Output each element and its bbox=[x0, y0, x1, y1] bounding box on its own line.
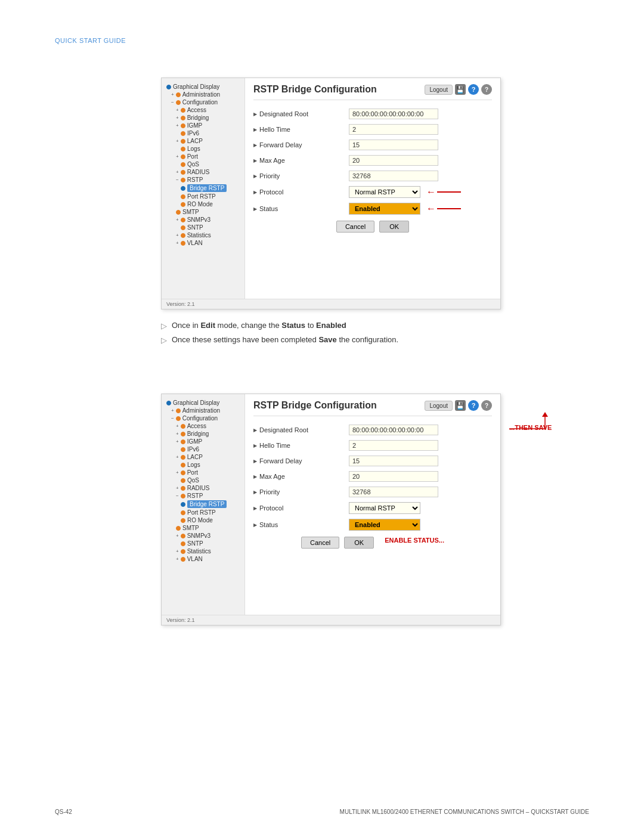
sidebar-item-igmp-2[interactable]: + IGMP bbox=[164, 438, 242, 445]
sidebar-item-port-rstp[interactable]: Port RSTP bbox=[164, 193, 242, 200]
screenshot-2: ...THEN SAVE Graphical Display + Adminis… bbox=[161, 394, 501, 625]
form-label-status-1: ▶ Status bbox=[253, 205, 349, 212]
form-row-priority-2: ▶ Priority bbox=[253, 487, 492, 497]
sidebar-item-sntp-2[interactable]: SNTP bbox=[164, 540, 242, 547]
sidebar-item-access-2[interactable]: + Access bbox=[164, 422, 242, 430]
dot-icon bbox=[181, 218, 185, 222]
dot-icon bbox=[181, 486, 185, 491]
sidebar-item-snmpv3-2[interactable]: + SNMPv3 bbox=[164, 532, 242, 540]
help-icon-2[interactable]: ? bbox=[481, 400, 492, 411]
dot-icon bbox=[181, 108, 185, 113]
question-icon-2[interactable]: ? bbox=[468, 400, 479, 411]
sidebar-item-admin[interactable]: + Administration bbox=[164, 91, 242, 98]
protocol-select-1[interactable]: Normal RSTP bbox=[349, 186, 420, 198]
logout-button-1[interactable]: Logout bbox=[425, 85, 453, 95]
form-label-max-age-2: ▶ Max Age bbox=[253, 473, 349, 480]
sidebar-item-config-2[interactable]: − Configuration bbox=[164, 414, 242, 422]
dot-icon bbox=[181, 241, 185, 246]
logout-button-2[interactable]: Logout bbox=[425, 401, 453, 411]
sidebar-item-bridge-rstp-2[interactable]: Bridge RSTP bbox=[164, 500, 242, 509]
sidebar-item-ro-mode-2[interactable]: RO Mode bbox=[164, 516, 242, 524]
forward-delay-input-2[interactable] bbox=[349, 456, 438, 466]
dot-icon bbox=[181, 116, 185, 120]
sidebar-item-lacp-2[interactable]: + LACP bbox=[164, 453, 242, 461]
sidebar-item-sntp[interactable]: SNTP bbox=[164, 224, 242, 231]
sidebar-item-port-rstp-2[interactable]: Port RSTP bbox=[164, 509, 242, 516]
ok-button-2[interactable]: OK bbox=[344, 537, 374, 549]
sidebar-item-radius[interactable]: + RADIUS bbox=[164, 168, 242, 176]
priority-input-2[interactable] bbox=[349, 487, 438, 497]
sidebar-item-graphical[interactable]: Graphical Display bbox=[164, 83, 242, 91]
cancel-button-2[interactable]: Cancel bbox=[301, 537, 339, 549]
expand-icon: + bbox=[176, 123, 179, 128]
sidebar-item-logs[interactable]: Logs bbox=[164, 145, 242, 153]
designated-root-input-2[interactable] bbox=[349, 425, 438, 435]
form-row-protocol-2: ▶ Protocol Normal RSTP bbox=[253, 502, 492, 514]
sidebar-item-bridging[interactable]: + Bridging bbox=[164, 114, 242, 122]
help-icon-1[interactable]: ? bbox=[481, 84, 492, 95]
dot-icon bbox=[181, 424, 185, 429]
sidebar-item-statistics-2[interactable]: + Statistics bbox=[164, 547, 242, 555]
hello-time-input-1[interactable] bbox=[349, 124, 438, 135]
sidebar-item-vlan[interactable]: + VLAN bbox=[164, 239, 242, 247]
then-save-arrow-svg bbox=[509, 411, 557, 435]
sidebar-item-admin-2[interactable]: + Administration bbox=[164, 407, 242, 414]
status-select-2[interactable]: Enabled bbox=[349, 519, 420, 531]
dot-icon bbox=[181, 233, 185, 238]
sidebar-item-port[interactable]: + Port bbox=[164, 153, 242, 160]
ok-button-1[interactable]: OK bbox=[379, 221, 409, 233]
priority-input-1[interactable] bbox=[349, 171, 438, 181]
sidebar-item-rstp[interactable]: − RSTP bbox=[164, 176, 242, 184]
sidebar-item-config[interactable]: − Configuration bbox=[164, 98, 242, 106]
page-footer: QS-42 MULTILINK ML1600/2400 ETHERNET COM… bbox=[0, 809, 644, 815]
sidebar-item-access[interactable]: + Access bbox=[164, 106, 242, 114]
form-label-1: ▶ Designated Root bbox=[253, 110, 349, 117]
expand-icon: + bbox=[176, 107, 179, 113]
instructions: ▷ Once in Edit mode, change the Status t… bbox=[161, 321, 501, 349]
max-age-input-1[interactable] bbox=[349, 155, 438, 166]
version-bar-1: Version: 2.1 bbox=[162, 299, 500, 309]
protocol-select-2[interactable]: Normal RSTP bbox=[349, 502, 420, 514]
sidebar-item-rstp-2[interactable]: − RSTP bbox=[164, 492, 242, 500]
sidebar-item-ipv6[interactable]: IPv6 bbox=[164, 129, 242, 137]
sidebar-item-bridging-2[interactable]: + Bridging bbox=[164, 430, 242, 438]
form-row-forward-delay-2: ▶ Forward Delay bbox=[253, 456, 492, 466]
sidebar-item-snmpv3[interactable]: + SNMPv3 bbox=[164, 216, 242, 224]
sidebar-item-vlan-2[interactable]: + VLAN bbox=[164, 555, 242, 563]
sidebar-item-smtp-2[interactable]: SMTP bbox=[164, 524, 242, 532]
sidebar-item-bridge-rstp[interactable]: Bridge RSTP bbox=[164, 184, 242, 193]
save-icon-1[interactable]: 💾 bbox=[455, 84, 466, 95]
sidebar-item-lacp[interactable]: + LACP bbox=[164, 137, 242, 145]
sidebar-item-statistics[interactable]: + Statistics bbox=[164, 231, 242, 239]
svg-marker-2 bbox=[542, 412, 548, 417]
forward-delay-input-1[interactable] bbox=[349, 140, 438, 150]
status-select-1[interactable]: Enabled bbox=[349, 203, 420, 215]
form-label-desig-2: ▶ Designated Root bbox=[253, 426, 349, 433]
hello-time-input-2[interactable] bbox=[349, 440, 438, 451]
sidebar-item-igmp[interactable]: + IGMP bbox=[164, 122, 242, 129]
max-age-input-2[interactable] bbox=[349, 471, 438, 482]
dot-icon bbox=[181, 478, 185, 483]
sidebar-item-logs-2[interactable]: Logs bbox=[164, 461, 242, 469]
form-row-designated-root-2: ▶ Designated Root bbox=[253, 425, 492, 435]
form-label-status-2: ▶ Status bbox=[253, 521, 349, 528]
form-row-designated-root-1: ▶ Designated Root bbox=[253, 109, 492, 119]
sidebar-item-port-2[interactable]: + Port bbox=[164, 469, 242, 476]
sidebar-item-graphical-2[interactable]: Graphical Display bbox=[164, 399, 242, 407]
question-icon-1[interactable]: ? bbox=[468, 84, 479, 95]
form-row-priority-1: ▶ Priority bbox=[253, 171, 492, 181]
quick-start-label: QUICK START GUIDE bbox=[55, 37, 126, 44]
form-row-hello-time-2: ▶ Hello Time bbox=[253, 440, 492, 451]
dot-icon bbox=[166, 85, 171, 89]
cancel-button-1[interactable]: Cancel bbox=[336, 221, 374, 233]
sidebar-item-qos[interactable]: QoS bbox=[164, 160, 242, 168]
designated-root-input-1[interactable] bbox=[349, 109, 438, 119]
sidebar-item-ipv6-2[interactable]: IPv6 bbox=[164, 445, 242, 453]
sidebar-item-qos-2[interactable]: QoS bbox=[164, 476, 242, 484]
sidebar-item-smtp[interactable]: SMTP bbox=[164, 208, 242, 216]
save-icon-2[interactable]: 💾 bbox=[455, 400, 466, 411]
expand-icon: + bbox=[176, 115, 179, 120]
annotation-arrow-status: ← bbox=[426, 203, 436, 214]
sidebar-item-ro-mode[interactable]: RO Mode bbox=[164, 200, 242, 208]
sidebar-item-radius-2[interactable]: + RADIUS bbox=[164, 484, 242, 492]
